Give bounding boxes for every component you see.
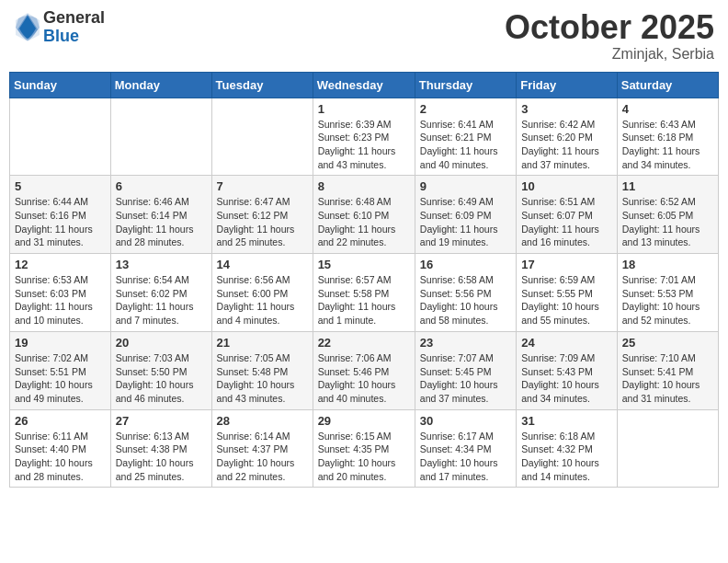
day-info: Sunrise: 6:59 AM Sunset: 5:55 PM Dayligh…: [521, 273, 612, 327]
day-info: Sunrise: 6:17 AM Sunset: 4:34 PM Dayligh…: [420, 430, 511, 484]
day-info: Sunrise: 6:56 AM Sunset: 6:00 PM Dayligh…: [217, 273, 308, 327]
calendar-day-cell: 14Sunrise: 6:56 AM Sunset: 6:00 PM Dayli…: [211, 254, 313, 332]
calendar-day-cell: 22Sunrise: 7:06 AM Sunset: 5:46 PM Dayli…: [313, 331, 415, 409]
day-number: 26: [15, 414, 106, 428]
calendar-day-cell: 21Sunrise: 7:05 AM Sunset: 5:48 PM Dayli…: [211, 331, 313, 409]
calendar-day-cell: 15Sunrise: 6:57 AM Sunset: 5:58 PM Dayli…: [313, 254, 415, 332]
calendar-day-cell: 29Sunrise: 6:15 AM Sunset: 4:35 PM Dayli…: [313, 409, 415, 488]
calendar-day-cell: [10, 98, 111, 176]
day-info: Sunrise: 7:01 AM Sunset: 5:53 PM Dayligh…: [622, 273, 713, 327]
day-info: Sunrise: 6:13 AM Sunset: 4:38 PM Dayligh…: [116, 430, 207, 484]
day-number: 20: [116, 336, 207, 350]
day-info: Sunrise: 7:07 AM Sunset: 5:45 PM Dayligh…: [420, 351, 511, 406]
calendar-week-row: 1Sunrise: 6:39 AM Sunset: 6:23 PM Daylig…: [10, 98, 719, 176]
day-of-week-header: Sunday: [10, 72, 111, 98]
calendar-day-cell: 25Sunrise: 7:10 AM Sunset: 5:41 PM Dayli…: [617, 331, 718, 409]
calendar-day-cell: 11Sunrise: 6:52 AM Sunset: 6:05 PM Dayli…: [617, 176, 718, 254]
day-number: 6: [116, 179, 207, 193]
day-info: Sunrise: 7:09 AM Sunset: 5:43 PM Dayligh…: [521, 351, 612, 406]
day-number: 29: [318, 414, 410, 428]
day-of-week-header: Friday: [517, 72, 618, 98]
calendar-day-cell: 10Sunrise: 6:51 AM Sunset: 6:07 PM Dayli…: [517, 176, 618, 254]
day-info: Sunrise: 6:39 AM Sunset: 6:23 PM Dayligh…: [318, 118, 410, 172]
day-info: Sunrise: 7:02 AM Sunset: 5:51 PM Dayligh…: [15, 351, 106, 406]
day-number: 18: [622, 258, 713, 271]
day-info: Sunrise: 6:47 AM Sunset: 6:12 PM Dayligh…: [217, 195, 308, 249]
day-info: Sunrise: 6:51 AM Sunset: 6:07 PM Dayligh…: [521, 195, 612, 249]
calendar-day-cell: 19Sunrise: 7:02 AM Sunset: 5:51 PM Dayli…: [10, 331, 111, 409]
day-info: Sunrise: 6:18 AM Sunset: 4:32 PM Dayligh…: [521, 430, 612, 484]
day-number: 8: [318, 179, 410, 193]
calendar-day-cell: 4Sunrise: 6:43 AM Sunset: 6:18 PM Daylig…: [617, 98, 718, 176]
day-info: Sunrise: 7:03 AM Sunset: 5:50 PM Dayligh…: [116, 351, 207, 406]
title-block: October 2025 Zminjak, Serbia: [505, 9, 714, 63]
day-info: Sunrise: 7:10 AM Sunset: 5:41 PM Dayligh…: [622, 351, 713, 406]
calendar-day-cell: 17Sunrise: 6:59 AM Sunset: 5:55 PM Dayli…: [517, 254, 618, 332]
day-number: 23: [420, 336, 511, 350]
calendar-day-cell: 12Sunrise: 6:53 AM Sunset: 6:03 PM Dayli…: [10, 254, 111, 332]
day-of-week-header: Saturday: [617, 72, 718, 98]
day-number: 31: [521, 414, 612, 428]
calendar-day-cell: 9Sunrise: 6:49 AM Sunset: 6:09 PM Daylig…: [415, 176, 516, 254]
page-header: General Blue October 2025 Zminjak, Serbi…: [9, 9, 719, 63]
calendar-day-cell: 13Sunrise: 6:54 AM Sunset: 6:02 PM Dayli…: [110, 254, 211, 332]
day-info: Sunrise: 7:05 AM Sunset: 5:48 PM Dayligh…: [217, 351, 308, 406]
calendar-header-row: SundayMondayTuesdayWednesdayThursdayFrid…: [10, 72, 719, 98]
day-number: 15: [318, 258, 410, 271]
day-info: Sunrise: 6:46 AM Sunset: 6:14 PM Dayligh…: [116, 195, 207, 249]
calendar-day-cell: 26Sunrise: 6:11 AM Sunset: 4:40 PM Dayli…: [10, 409, 111, 488]
calendar-day-cell: 8Sunrise: 6:48 AM Sunset: 6:10 PM Daylig…: [313, 176, 415, 254]
day-number: 3: [521, 102, 612, 116]
day-number: 16: [420, 258, 511, 271]
day-number: 22: [318, 336, 410, 350]
day-info: Sunrise: 6:15 AM Sunset: 4:35 PM Dayligh…: [318, 430, 410, 484]
calendar-day-cell: 6Sunrise: 6:46 AM Sunset: 6:14 PM Daylig…: [110, 176, 211, 254]
day-info: Sunrise: 6:41 AM Sunset: 6:21 PM Dayligh…: [420, 118, 511, 172]
calendar-week-row: 12Sunrise: 6:53 AM Sunset: 6:03 PM Dayli…: [10, 254, 719, 332]
logo: General Blue: [14, 9, 105, 46]
day-number: 5: [15, 179, 106, 193]
logo-blue-text: Blue: [43, 28, 105, 46]
calendar-day-cell: [110, 98, 211, 176]
day-number: 12: [15, 258, 106, 271]
calendar-day-cell: 16Sunrise: 6:58 AM Sunset: 5:56 PM Dayli…: [415, 254, 516, 332]
calendar-day-cell: 30Sunrise: 6:17 AM Sunset: 4:34 PM Dayli…: [415, 409, 516, 488]
calendar-day-cell: 3Sunrise: 6:42 AM Sunset: 6:20 PM Daylig…: [517, 98, 618, 176]
calendar-day-cell: [617, 409, 718, 488]
day-info: Sunrise: 6:53 AM Sunset: 6:03 PM Dayligh…: [15, 273, 106, 327]
day-of-week-header: Tuesday: [211, 72, 313, 98]
day-number: 17: [521, 258, 612, 271]
day-number: 1: [318, 102, 410, 116]
day-number: 28: [217, 414, 308, 428]
calendar-day-cell: 31Sunrise: 6:18 AM Sunset: 4:32 PM Dayli…: [517, 409, 618, 488]
day-number: 19: [15, 336, 106, 350]
location: Zminjak, Serbia: [505, 46, 714, 63]
calendar-week-row: 26Sunrise: 6:11 AM Sunset: 4:40 PM Dayli…: [10, 409, 719, 488]
calendar-day-cell: 2Sunrise: 6:41 AM Sunset: 6:21 PM Daylig…: [415, 98, 516, 176]
calendar-week-row: 19Sunrise: 7:02 AM Sunset: 5:51 PM Dayli…: [10, 331, 719, 409]
day-info: Sunrise: 6:43 AM Sunset: 6:18 PM Dayligh…: [622, 118, 713, 172]
day-of-week-header: Thursday: [415, 72, 516, 98]
day-info: Sunrise: 6:14 AM Sunset: 4:37 PM Dayligh…: [217, 430, 308, 484]
day-of-week-header: Wednesday: [313, 72, 415, 98]
day-info: Sunrise: 6:44 AM Sunset: 6:16 PM Dayligh…: [15, 195, 106, 249]
logo-general-text: General: [43, 9, 105, 28]
day-number: 10: [521, 179, 612, 193]
day-number: 14: [217, 258, 308, 271]
calendar-day-cell: 28Sunrise: 6:14 AM Sunset: 4:37 PM Dayli…: [211, 409, 313, 488]
month-title: October 2025: [505, 9, 714, 46]
calendar-day-cell: 1Sunrise: 6:39 AM Sunset: 6:23 PM Daylig…: [313, 98, 415, 176]
calendar-day-cell: 27Sunrise: 6:13 AM Sunset: 4:38 PM Dayli…: [110, 409, 211, 488]
day-info: Sunrise: 6:49 AM Sunset: 6:09 PM Dayligh…: [420, 195, 511, 249]
logo-text: General Blue: [43, 9, 105, 46]
calendar-day-cell: [211, 98, 313, 176]
day-number: 21: [217, 336, 308, 350]
day-number: 30: [420, 414, 511, 428]
day-number: 11: [622, 179, 713, 193]
day-info: Sunrise: 6:42 AM Sunset: 6:20 PM Dayligh…: [521, 118, 612, 172]
day-info: Sunrise: 6:11 AM Sunset: 4:40 PM Dayligh…: [15, 430, 106, 484]
calendar-day-cell: 5Sunrise: 6:44 AM Sunset: 6:16 PM Daylig…: [10, 176, 111, 254]
day-number: 13: [116, 258, 207, 271]
day-info: Sunrise: 6:52 AM Sunset: 6:05 PM Dayligh…: [622, 195, 713, 249]
day-of-week-header: Monday: [110, 72, 211, 98]
